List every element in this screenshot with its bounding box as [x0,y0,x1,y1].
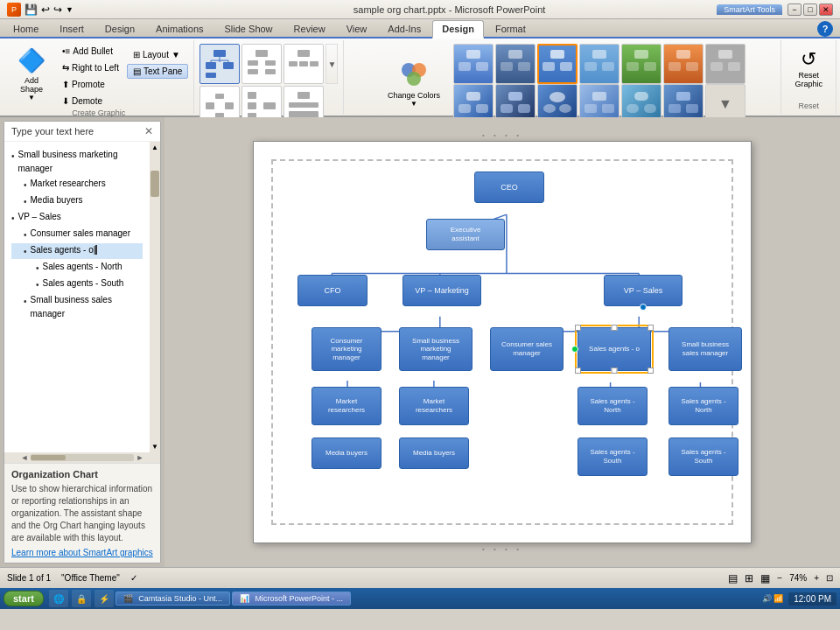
sales-south-2-node[interactable]: Sales agents -South [668,438,738,476]
maximize-button[interactable]: □ [803,4,817,16]
quick-undo[interactable]: ↩ [41,4,50,16]
list-item[interactable]: • Sales agents - South [11,276,143,292]
ceo-node[interactable]: CEO [474,172,544,203]
tab-slideshow[interactable]: Slide Show [215,20,283,37]
green-selection-dot[interactable] [571,346,578,353]
consumer-marketing-node[interactable]: Consumermarketingmanager [312,327,382,371]
horiz-scroll-left[interactable]: ◄ [18,452,31,463]
scroll-thumb[interactable] [150,171,159,197]
quick-redo[interactable]: ↪ [53,4,62,16]
tab-animations[interactable]: Animations [146,20,213,37]
market-researchers-2-node[interactable]: Marketresearchers [399,387,469,425]
layout-item-3[interactable] [284,44,324,84]
consumer-sales-node[interactable]: Consumer salesmanager [490,327,564,371]
scroll-down-arrow[interactable]: ▼ [150,441,160,452]
layout-button[interactable]: ⊞ Layout ▼ [127,47,188,62]
smartart-style-6[interactable] [663,44,704,84]
selection-handle-tm[interactable] [612,325,618,331]
list-item[interactable]: • Consumer sales manager [11,227,143,242]
media-buyers-1-node[interactable]: Media buyers [312,438,382,469]
vp-sales-node[interactable]: VP – Sales [604,275,682,306]
horiz-scroll-right[interactable]: ► [134,452,146,463]
layouts-scroll-down[interactable]: ▼ [326,44,338,84]
list-item[interactable]: • Market researchers [11,177,143,192]
list-item[interactable]: • Media buyers [11,193,143,209]
quick-save[interactable]: 💾 [24,4,38,16]
exec-assistant-node[interactable]: Executiveassistant [426,219,505,250]
view-normal-icon[interactable]: ▤ [728,572,738,584]
fit-to-window-button[interactable]: ⊡ [826,573,833,583]
smartart-style-1[interactable] [453,44,494,84]
text-pane-horiz-scrollbar[interactable]: ◄ ► [4,452,160,463]
text-pane-button[interactable]: ▤ Text Pane [127,64,188,79]
smartart-style-4[interactable] [579,44,620,84]
layout-item-2[interactable] [242,44,282,84]
taskbar-powerpoint[interactable]: 📊 Microsoft PowerPoint - ... [232,592,351,606]
selection-handle-bl[interactable] [575,368,581,374]
learn-more-link[interactable]: Learn more about SmartArt graphics [11,548,153,557]
list-item[interactable]: • Small business sales manager [11,293,143,321]
tab-view[interactable]: View [337,20,377,37]
change-colors-button[interactable]: Change Colors ▼ [380,55,448,112]
right-to-left-button[interactable]: ⇆ Right to Left [56,60,125,75]
sales-south-1-node[interactable]: Sales agents -South [578,438,648,476]
list-item[interactable]: • Sales agents - North [11,260,143,276]
tab-smartart-design[interactable]: Design [432,20,484,38]
selection-handle-tr[interactable] [648,325,654,331]
tab-home[interactable]: Home [4,20,48,37]
minimize-button[interactable]: − [788,4,802,16]
svg-rect-40 [592,50,606,59]
quick-dropdown[interactable]: ▼ [66,5,74,14]
media-buyers-2-node[interactable]: Media buyers [399,438,469,469]
zoom-out-button[interactable]: − [777,573,782,583]
sales-agents-o-node[interactable]: Sales agents - o [578,327,651,371]
tab-design[interactable]: Design [95,20,144,37]
svg-rect-41 [584,62,597,71]
smartart-style-7[interactable] [705,44,746,84]
view-reading-icon[interactable]: ▦ [760,572,770,584]
demote-button[interactable]: ⬇ Demote [56,94,125,108]
svg-rect-51 [728,62,740,71]
list-item-selected[interactable]: • Sales agents - o| [11,243,143,259]
vp-marketing-node[interactable]: VP – Marketing [402,275,481,306]
horiz-scroll-thumb[interactable] [31,455,66,460]
sales-north-1-node[interactable]: Sales agents -North [578,387,648,425]
layout-item-1[interactable] [200,44,240,84]
smartart-style-3[interactable] [537,44,578,84]
taskbar-system-icon-3[interactable]: ⚡ [94,590,114,607]
tab-insert[interactable]: Insert [50,20,94,37]
accessibility-check[interactable]: ✓ [130,573,137,583]
close-button[interactable]: ✕ [819,4,833,16]
market-researchers-1-node[interactable]: Marketresearchers [312,387,382,425]
sb-marketing-node[interactable]: Small businessmarketingmanager [399,327,472,371]
tab-review[interactable]: Review [284,20,335,37]
taskbar-system-icon-1[interactable]: 🌐 [49,590,68,607]
text-pane-scrollbar[interactable]: ▲ ▼ [150,142,160,452]
selection-handle-br[interactable] [648,368,654,374]
cfo-node[interactable]: CFO [298,275,368,306]
smartart-style-5[interactable] [621,44,662,84]
tab-format[interactable]: Format [486,20,536,37]
add-bullet-button[interactable]: •≡ Add Bullet [56,44,125,59]
help-icon[interactable]: ? [817,21,833,37]
smartart-style-2[interactable] [495,44,536,84]
sb-sales-node[interactable]: Small businesssales manager [668,327,742,371]
slide[interactable]: CEO Executiveassistant CFO VP – Marketin… [253,141,752,543]
taskbar-system-icon-2[interactable]: 🔒 [72,590,91,607]
selection-handle-tl[interactable] [575,325,581,331]
tab-addins[interactable]: Add-Ins [378,20,430,37]
list-item[interactable]: • Small business marketing manager [11,148,143,176]
promote-button[interactable]: ⬆ Promote [56,77,125,92]
list-item[interactable]: • VP – Sales [11,210,143,226]
reset-graphic-button[interactable]: ↺ ResetGraphic [787,44,830,93]
taskbar-camtasia[interactable]: 🎬 Camtasia Studio - Unt... [116,592,230,606]
zoom-in-button[interactable]: + [814,573,819,583]
add-shape-button[interactable]: 🔷 AddShape ▼ [9,44,54,105]
view-slide-sorter-icon[interactable]: ⊞ [745,572,753,584]
selection-handle-bm[interactable] [612,368,618,374]
text-pane-close-button[interactable]: ✕ [144,125,153,137]
start-button[interactable]: start [4,591,44,606]
scroll-up-arrow[interactable]: ▲ [150,142,160,153]
sales-north-2-node[interactable]: Sales agents -North [668,387,738,425]
vp-sales-selection-handle[interactable] [640,304,647,311]
